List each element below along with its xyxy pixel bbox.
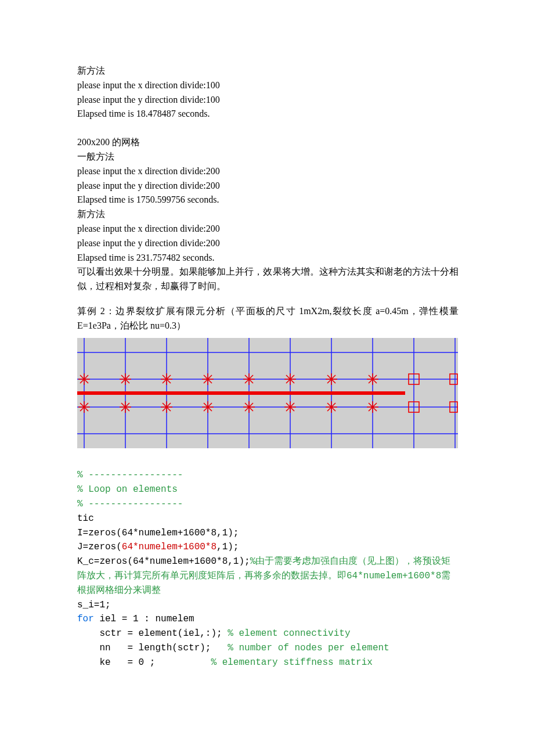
code-block: % ----------------- % Loop on elements %… [77,454,459,670]
section2-line: please input the y direction divide:200 [77,179,459,193]
code-line: for iel = 1 : numelem [77,614,194,624]
crack-mesh-figure [77,338,458,448]
code-comment: % ----------------- [77,470,183,480]
section2-line: please input the x direction divide:200 [77,222,459,236]
section2-sub1: 一般方法 [77,150,459,164]
code-line: nn = length(sctr); % number of nodes per… [77,643,389,653]
section1-heading: 新方法 [77,64,459,78]
code-line: K_c=zeros(64*numelem+1600*8,1);%由于需要考虑加强… [77,556,450,596]
section2-line: please input the y direction divide:200 [77,236,459,251]
code-line: tic [77,513,94,524]
section2-heading: 200x200 的网格 [77,135,459,150]
section2-sub2: 新方法 [77,207,459,222]
code-line: s_i=1; [77,600,111,610]
example2-title: 算例 2：边界裂纹扩展有限元分析（平面板的尺寸 1mX2m,裂纹长度 a=0.4… [77,304,459,333]
section1-line: please input the x direction divide:100 [77,78,459,93]
code-line: J=zeros(64*numelem+1600*8,1); [77,542,239,552]
section1-line: Elapsed time is 18.478487 seconds. [77,107,459,121]
section2-remark: 可以看出效果十分明显。如果能够加上并行，效果将大增。这种方法其实和谢老的方法十分… [77,265,459,294]
section1-line: please input the y direction divide:100 [77,93,459,107]
code-line: sctr = element(iel,:); % element connect… [77,628,350,639]
code-line: ke = 0 ; % elementary stiffness matrix [77,657,373,668]
section2-line: please input the x direction divide:200 [77,164,459,179]
code-comment: % ----------------- [77,499,183,509]
section2-line: Elapsed time is 231.757482 seconds. [77,251,459,265]
code-comment: % Loop on elements [77,484,178,495]
section2-line: Elapsed time is 1750.599756 seconds. [77,193,459,207]
code-line: I=zeros(64*numelem+1600*8,1); [77,528,239,538]
